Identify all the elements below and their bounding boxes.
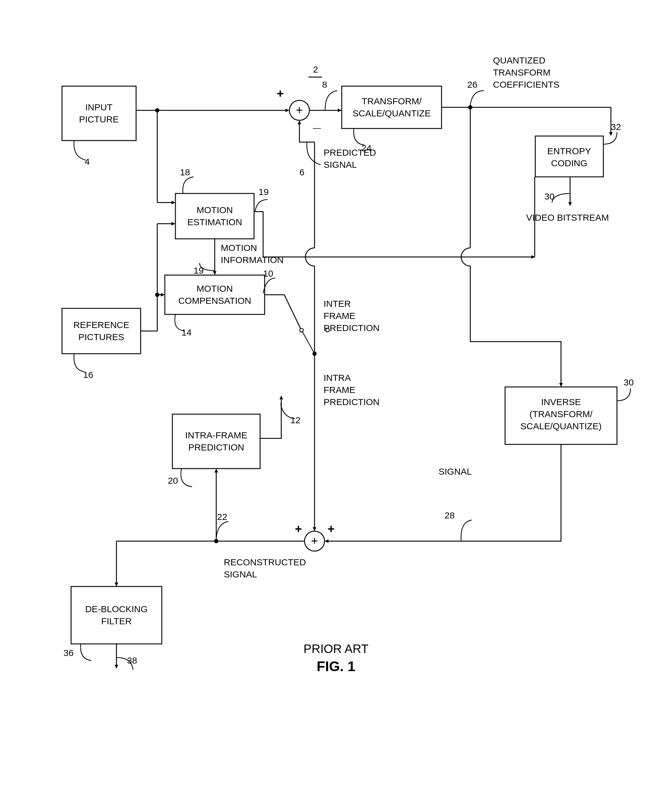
ref-4: 4 [85, 157, 90, 167]
video-bitstream-label: VIDEO BITSTREAM [526, 212, 609, 223]
reference-pictures-label-1: REFERENCE [73, 320, 129, 330]
entropy-coding-block: ENTROPY CODING [535, 136, 603, 177]
intra-frame-label-2: PREDICTION [188, 442, 244, 452]
motion-info-label-2: INFORMATION [221, 255, 284, 265]
deblock-label-1: DE-BLOCKING [85, 604, 148, 614]
quantized-label-2: TRANSFORM [493, 68, 551, 77]
input-picture-label-1: INPUT [85, 102, 112, 112]
wire-ref-up [141, 224, 157, 331]
summation-top: + [290, 101, 309, 120]
svg-rect-1 [175, 193, 254, 239]
summation-bottom: + [305, 531, 324, 551]
inter-frame-label-1: INTER [324, 299, 351, 309]
intra-label-1: INTRA [324, 373, 351, 383]
ref-24: 24 [361, 143, 371, 153]
svg-rect-3 [62, 308, 141, 354]
inverse-label-3: SCALE/QUANTIZE) [521, 421, 601, 431]
svg-text:+: + [311, 534, 318, 547]
ref-38: 38 [127, 656, 137, 665]
motion-compensation-block: MOTION COMPENSATION [165, 275, 264, 314]
ref-26: 26 [467, 80, 477, 90]
ref-28: 28 [445, 510, 455, 520]
caption-prior-art: PRIOR ART [304, 642, 369, 656]
ref-30a: 30 [545, 191, 554, 201]
svg-rect-4 [342, 86, 442, 129]
inter-frame-label-2: FRAME [324, 311, 356, 321]
ref-32: 32 [611, 122, 621, 132]
quantized-label-3: COEFFICIENTS [493, 80, 560, 90]
svg-text:+: + [296, 104, 303, 117]
svg-rect-5 [535, 136, 603, 177]
ref-2: 2 [313, 64, 318, 74]
inverse-label-2: (TRANSFORM/ [530, 409, 593, 419]
input-picture-block: INPUT PICTURE [62, 86, 136, 141]
ref-18: 18 [180, 167, 190, 177]
intra-label-3: PREDICTION [324, 397, 379, 407]
svg-rect-8 [71, 586, 162, 644]
svg-point-16 [300, 328, 303, 332]
ref-6: 6 [299, 167, 305, 177]
ref-10: 10 [263, 269, 273, 278]
predicted-signal-label-2: SIGNAL [324, 160, 357, 170]
ref-8: 8 [322, 80, 327, 90]
ref-20: 20 [168, 476, 178, 486]
motion-compensation-label-2: COMPENSATION [178, 296, 251, 306]
signal-label: SIGNAL [439, 467, 472, 476]
deblocking-filter-block: DE-BLOCKING FILTER [71, 586, 162, 644]
svg-rect-0 [62, 86, 136, 141]
intra-label-2: FRAME [324, 385, 356, 395]
transform-label-1: TRANSFORM/ [362, 96, 422, 106]
minus-top: _ [313, 114, 321, 130]
motion-estimation-block: MOTION ESTIMATION [175, 193, 254, 239]
motion-estimation-label-2: ESTIMATION [187, 217, 242, 227]
svg-rect-7 [172, 414, 260, 468]
wire-to-inverse-lower [470, 266, 561, 386]
ref-14: 14 [181, 327, 192, 337]
transform-block: TRANSFORM/ SCALE/QUANTIZE [342, 86, 442, 129]
motion-compensation-label-1: MOTION [197, 284, 233, 294]
ref-30b: 30 [623, 377, 634, 387]
intra-frame-prediction-block: INTRA-FRAME PREDICTION [172, 414, 260, 468]
entropy-label-2: CODING [551, 158, 587, 168]
plus-bottom-left: + [295, 522, 302, 535]
svg-rect-2 [165, 275, 264, 314]
motion-info-label-1: MOTION [221, 243, 257, 253]
diagram-canvas: INPUT PICTURE MOTION ESTIMATION MOTION C… [0, 0, 672, 786]
quantized-label-1: QUANTIZED [493, 55, 545, 65]
reference-pictures-block: REFERENCE PICTURES [62, 308, 141, 354]
ref-19a: 19 [258, 187, 269, 197]
wire-mc-out [264, 295, 302, 333]
inverse-transform-block: INVERSE (TRANSFORM/ SCALE/QUANTIZE) [505, 387, 617, 444]
deblock-label-2: FILTER [101, 616, 132, 626]
ref-22: 22 [217, 512, 227, 522]
transform-label-2: SCALE/QUANTIZE [353, 108, 431, 118]
wire-motion-info [254, 212, 535, 257]
wire-inverse-to-sum [325, 444, 561, 541]
entropy-label-1: ENTROPY [547, 146, 591, 156]
reconstructed-label-1: RECONSTRUCTED [224, 557, 306, 567]
ref-16: 16 [83, 370, 93, 380]
reconstructed-label-2: SIGNAL [224, 569, 257, 579]
wire-predicted-to-sum [299, 121, 315, 142]
reference-pictures-label-2: PICTURES [78, 332, 124, 342]
intra-frame-label-1: INTRA-FRAME [186, 430, 247, 440]
ref-12: 12 [290, 415, 300, 425]
caption-fig: FIG. 1 [316, 659, 356, 674]
ref-19b: 19 [194, 266, 203, 275]
ref-36: 36 [63, 648, 74, 658]
plus-top-left: + [277, 87, 284, 100]
plus-bottom-right: + [327, 522, 335, 535]
wire-intra-out [260, 396, 281, 439]
motion-estimation-label-1: MOTION [197, 205, 233, 215]
input-picture-label-2: PICTURE [79, 114, 119, 124]
inverse-label-1: INVERSE [541, 397, 581, 407]
inter-frame-label-3: PREDICTION [324, 323, 379, 333]
